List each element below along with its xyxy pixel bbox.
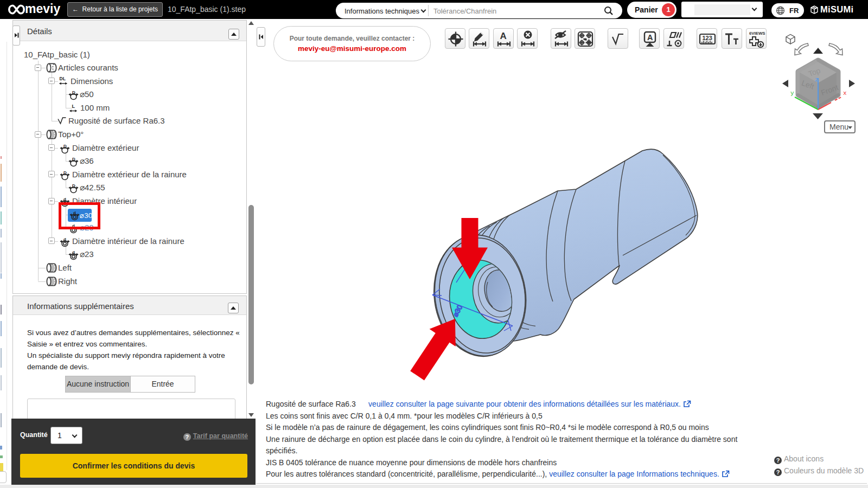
svg-text:z: z — [815, 76, 819, 83]
svg-text:6VIEWS: 6VIEWS — [749, 31, 765, 36]
svg-text:A: A — [500, 31, 507, 41]
svg-text:y: y — [790, 90, 794, 97]
svg-text:x: x — [843, 90, 847, 97]
svg-text:DL: DL — [60, 76, 66, 81]
svg-text:123: 123 — [703, 35, 712, 41]
svg-text:A: A — [647, 33, 653, 42]
svg-text:L: L — [72, 104, 75, 109]
